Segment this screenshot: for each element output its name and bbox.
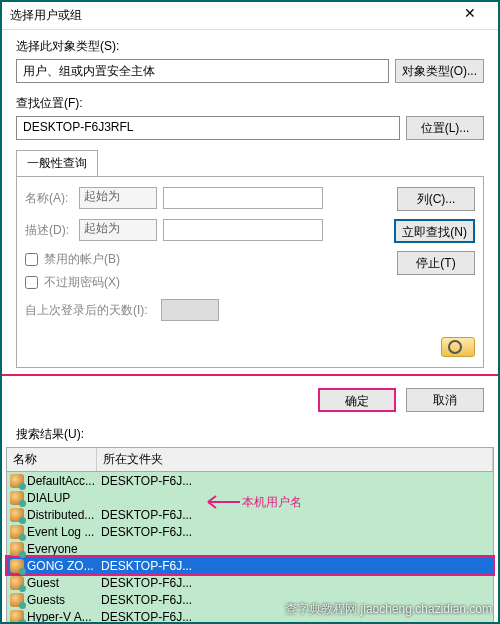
principal-icon [10,542,24,556]
name-input[interactable] [163,187,323,209]
table-row[interactable]: Distributed...DESKTOP-F6J... [7,506,493,523]
principal-icon [10,593,24,607]
principal-icon [10,474,24,488]
principal-icon [10,576,24,590]
row-name: DIALUP [27,491,101,505]
row-name: Event Log ... [27,525,101,539]
principal-icon [10,525,24,539]
results-label: 搜索结果(U): [2,424,498,445]
row-name: Hyper-V A... [27,610,101,624]
tabs: 一般性查询 [16,150,484,176]
cancel-button[interactable]: 取消 [406,388,484,412]
location-field[interactable]: DESKTOP-F6J3RFL [16,116,400,140]
object-type-label: 选择此对象类型(S): [16,38,484,55]
row-name: Distributed... [27,508,101,522]
dialog-actions: 确定 取消 [2,376,498,424]
name-mode-select[interactable]: 起始为 [79,187,157,209]
tab-common-queries[interactable]: 一般性查询 [16,150,98,176]
search-icon[interactable] [441,337,475,357]
table-row[interactable]: DefaultAcc...DESKTOP-F6J... [7,472,493,489]
object-type-field[interactable]: 用户、组或内置安全主体 [16,59,389,83]
titlebar: 选择用户或组 ✕ [2,2,498,30]
watermark: 查字典教程网 jiaocheng.chazidian.com [285,601,492,618]
row-name: Guests [27,593,101,607]
columns-button[interactable]: 列(C)... [397,187,475,211]
ok-button[interactable]: 确定 [318,388,396,412]
row-name: GONG ZO... [27,559,101,573]
table-row[interactable]: Event Log ...DESKTOP-F6J... [7,523,493,540]
col-name[interactable]: 名称 [7,448,97,471]
location-section: 查找位置(F): DESKTOP-F6J3RFL 位置(L)... [2,87,498,144]
table-row[interactable]: DIALUP [7,489,493,506]
row-folder: DESKTOP-F6J... [101,559,490,573]
principal-icon [10,610,24,624]
results-table: 名称 所在文件夹 DefaultAcc...DESKTOP-F6J...DIAL… [6,447,494,624]
row-folder: DESKTOP-F6J... [101,474,490,488]
stop-button[interactable]: 停止(T) [397,251,475,275]
table-row[interactable]: Everyone [7,540,493,557]
row-name: Everyone [27,542,101,556]
table-row[interactable]: GONG ZO...DESKTOP-F6J... [7,557,493,574]
disabled-accounts-label: 禁用的帐户(B) [44,251,120,268]
object-type-section: 选择此对象类型(S): 用户、组或内置安全主体 对象类型(O)... [2,30,498,87]
location-label: 查找位置(F): [16,95,484,112]
row-name: Guest [27,576,101,590]
query-panel: 名称(A): 起始为 描述(D): 起始为 禁用的帐户(B) 不过期密码(X) … [16,176,484,368]
table-row[interactable]: GuestDESKTOP-F6J... [7,574,493,591]
window-title: 选择用户或组 [10,7,450,24]
disabled-accounts-checkbox[interactable] [25,253,38,266]
table-header: 名称 所在文件夹 [7,448,493,472]
desc-input[interactable] [163,219,323,241]
row-folder: DESKTOP-F6J... [101,525,490,539]
row-folder: DESKTOP-F6J... [101,576,490,590]
nonexpiring-password-checkbox[interactable] [25,276,38,289]
locations-button[interactable]: 位置(L)... [406,116,484,140]
object-types-button[interactable]: 对象类型(O)... [395,59,484,83]
col-folder[interactable]: 所在文件夹 [97,448,493,471]
nonexpiring-password-label: 不过期密码(X) [44,274,120,291]
row-name: DefaultAcc... [27,474,101,488]
close-icon[interactable]: ✕ [450,5,490,27]
principal-icon [10,559,24,573]
desc-label: 描述(D): [25,222,73,239]
days-since-logon-label: 自上次登录后的天数(I): [25,302,155,319]
name-label: 名称(A): [25,190,73,207]
desc-mode-select[interactable]: 起始为 [79,219,157,241]
row-folder: DESKTOP-F6J... [101,508,490,522]
principal-icon [10,491,24,505]
find-now-button[interactable]: 立即查找(N) [394,219,475,243]
principal-icon [10,508,24,522]
days-select[interactable] [161,299,219,321]
